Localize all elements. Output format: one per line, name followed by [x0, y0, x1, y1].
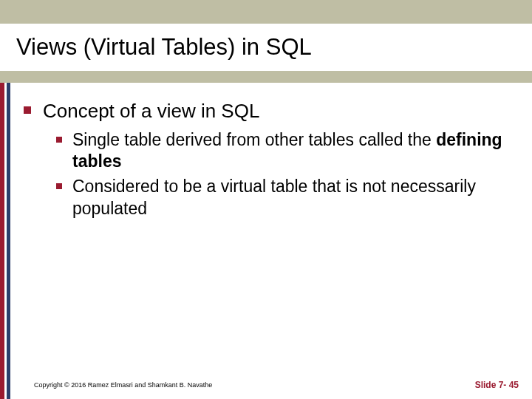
slide: Views (Virtual Tables) in SQL Concept of… — [0, 0, 532, 399]
content: Concept of a view in SQL Single table de… — [24, 99, 514, 223]
bullet-level2-a-pre: Single table derived from other tables c… — [72, 130, 436, 149]
square-bullet-icon — [56, 137, 62, 143]
top-band — [0, 0, 532, 24]
square-bullet-icon — [24, 106, 31, 114]
bullet-level1-text: Concept of a view in SQL — [43, 99, 259, 123]
slide-number: Slide 7- 45 — [475, 380, 519, 390]
body-area: Concept of a view in SQL Single table de… — [0, 83, 532, 399]
sublist: Single table derived from other tables c… — [56, 129, 514, 221]
copyright-text: Copyright © 2016 Ramez Elmasri and Shamk… — [34, 381, 212, 389]
bullet-level2-b-text: Considered to be a virtual table that is… — [72, 176, 514, 220]
slide-title: Views (Virtual Tables) in SQL — [16, 34, 312, 61]
bullet-level2-a: Single table derived from other tables c… — [56, 129, 514, 174]
title-bar: Views (Virtual Tables) in SQL — [0, 24, 532, 71]
left-stripe — [0, 83, 10, 399]
bullet-level2-b: Considered to be a virtual table that is… — [56, 176, 514, 220]
title-underline — [0, 71, 532, 83]
footer: Copyright © 2016 Ramez Elmasri and Shamk… — [0, 377, 532, 399]
bullet-level2-a-text: Single table derived from other tables c… — [72, 129, 514, 174]
bullet-level1: Concept of a view in SQL — [24, 99, 514, 123]
square-bullet-icon — [56, 183, 62, 189]
stripe-blue — [7, 83, 10, 399]
